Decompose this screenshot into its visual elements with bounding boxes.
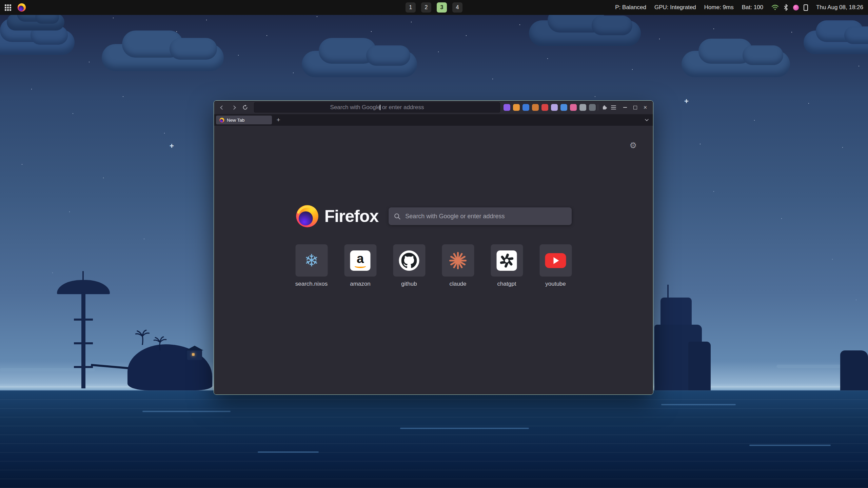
- extensions-button[interactable]: [600, 103, 609, 112]
- extension-icons-row: [504, 104, 596, 111]
- app-launcher-icon[interactable]: [5, 4, 11, 11]
- reload-icon: [242, 105, 248, 110]
- shortcut-label: github: [401, 281, 417, 287]
- wallpaper-cloud: [102, 44, 224, 71]
- nixos-icon: ❄: [304, 252, 319, 269]
- ping-status: Home: 9ms: [704, 4, 734, 11]
- shortcut-search-nixos[interactable]: ❄ search.nixos: [295, 244, 328, 287]
- extension-6-icon[interactable]: [551, 104, 558, 111]
- wallpaper-cloud: [7, 14, 64, 30]
- color-profile-icon[interactable]: [793, 5, 799, 11]
- shortcut-label: claude: [449, 281, 466, 287]
- list-all-tabs-button[interactable]: [642, 116, 651, 124]
- shortcut-label: amazon: [350, 281, 370, 287]
- close-button[interactable]: ×: [641, 103, 650, 112]
- toolbar-separator: [598, 104, 598, 110]
- firefox-window: × New Tab +: [214, 100, 653, 395]
- bluetooth-icon[interactable]: [784, 4, 788, 11]
- puzzle-icon: [601, 104, 608, 110]
- minimize-button[interactable]: [620, 103, 629, 112]
- wallpaper-sparkle: +: [684, 98, 689, 105]
- shortcut-github[interactable]: github: [393, 244, 425, 287]
- workspace-switcher: 1 2 3 4: [406, 2, 462, 13]
- shortcut-label: chatgpt: [497, 281, 516, 287]
- extension-1-icon[interactable]: [504, 104, 510, 111]
- wallpaper-rock: [840, 350, 868, 391]
- chatgpt-icon: [497, 250, 517, 271]
- extension-5-icon[interactable]: [541, 104, 548, 111]
- github-icon: [399, 250, 419, 271]
- shortcut-label: search.nixos: [295, 281, 328, 287]
- shortcut-chatgpt[interactable]: chatgpt: [491, 244, 523, 287]
- shortcut-amazon[interactable]: a amazon: [344, 244, 376, 287]
- youtube-icon: [545, 253, 566, 268]
- newtab-search-input[interactable]: [405, 212, 566, 220]
- wallpaper-tower-bar: [74, 342, 93, 344]
- workspace-2[interactable]: 2: [421, 2, 431, 13]
- back-button[interactable]: [217, 103, 227, 112]
- extension-3-icon[interactable]: [522, 104, 529, 111]
- newtab-search-bar[interactable]: [389, 207, 572, 225]
- personalize-gear-icon[interactable]: ⚙: [629, 141, 637, 150]
- urlbar-container: [254, 102, 500, 113]
- wifi-icon[interactable]: [771, 4, 779, 11]
- shortcuts-row: ❄ search.nixos a amazon: [295, 244, 572, 287]
- wallpaper-tower-bar: [74, 319, 93, 321]
- wallpaper-cloud: [529, 20, 641, 46]
- extension-10-icon[interactable]: [589, 104, 596, 111]
- urlbar-caret: [380, 105, 380, 110]
- reload-button[interactable]: [240, 103, 250, 112]
- wallpaper-ocean: [0, 390, 868, 488]
- firefox-wordmark: Firefox: [324, 206, 379, 226]
- wallpaper-cliff: [688, 342, 711, 391]
- workspace-1[interactable]: 1: [406, 2, 416, 13]
- battery-status: Bat: 100: [742, 4, 763, 11]
- extension-7-icon[interactable]: [560, 104, 567, 111]
- workspace-3-active[interactable]: 3: [437, 2, 447, 13]
- wallpaper-hut-light: [192, 353, 195, 356]
- firefox-icon[interactable]: [17, 3, 26, 12]
- window-controls: ×: [620, 103, 650, 112]
- wallpaper-cliff-antenna: [667, 285, 669, 299]
- wallpaper-palm-tree: [153, 335, 167, 350]
- wallpaper-glint: [749, 445, 831, 446]
- status-bar: 1 2 3 4 P: Balanced GPU: Integrated Home…: [0, 0, 868, 15]
- newtab-page: ⚙ Firefox: [214, 126, 653, 394]
- firefox-logo: [295, 204, 319, 228]
- tab-bar: New Tab +: [214, 114, 653, 126]
- extension-4-icon[interactable]: [532, 104, 539, 111]
- clock: Thu Aug 08, 18:26: [816, 4, 863, 11]
- maximize-button[interactable]: [631, 103, 639, 112]
- extension-8-icon[interactable]: [570, 104, 577, 111]
- wallpaper-hut: [187, 350, 202, 360]
- wallpaper-glint: [142, 411, 231, 412]
- menu-button[interactable]: [609, 103, 618, 112]
- shortcut-youtube[interactable]: youtube: [539, 244, 572, 287]
- wallpaper-cloud: [804, 30, 868, 54]
- newtab-hero: Firefox: [295, 204, 572, 228]
- shortcut-claude[interactable]: claude: [442, 244, 474, 287]
- new-tab-button[interactable]: +: [274, 116, 283, 124]
- urlbar-input[interactable]: [254, 102, 500, 113]
- amazon-icon: a: [350, 250, 371, 271]
- browser-toolbar: ×: [214, 101, 653, 114]
- tab-new-tab[interactable]: New Tab: [216, 116, 272, 124]
- extension-2-icon[interactable]: [513, 104, 520, 111]
- forward-button[interactable]: [229, 103, 238, 112]
- claude-icon: [449, 251, 468, 270]
- search-icon: [394, 213, 400, 220]
- firefox-icon: [219, 118, 224, 123]
- tab-title: New Tab: [227, 118, 244, 123]
- workspace-4[interactable]: 4: [452, 2, 462, 13]
- power-profile-status: P: Balanced: [615, 4, 646, 11]
- wallpaper-sparkle: +: [170, 142, 174, 150]
- wallpaper-cloud: [0, 30, 75, 55]
- wallpaper-tower-bar: [74, 366, 93, 368]
- device-icon[interactable]: [804, 4, 808, 11]
- wallpaper-horizon-cloud: [0, 368, 95, 371]
- extension-9-icon[interactable]: [579, 104, 586, 111]
- wallpaper-cloud: [302, 51, 417, 77]
- wallpaper-cloud: [682, 51, 790, 77]
- hamburger-icon: [611, 105, 616, 109]
- wallpaper-palm-tree: [135, 328, 150, 345]
